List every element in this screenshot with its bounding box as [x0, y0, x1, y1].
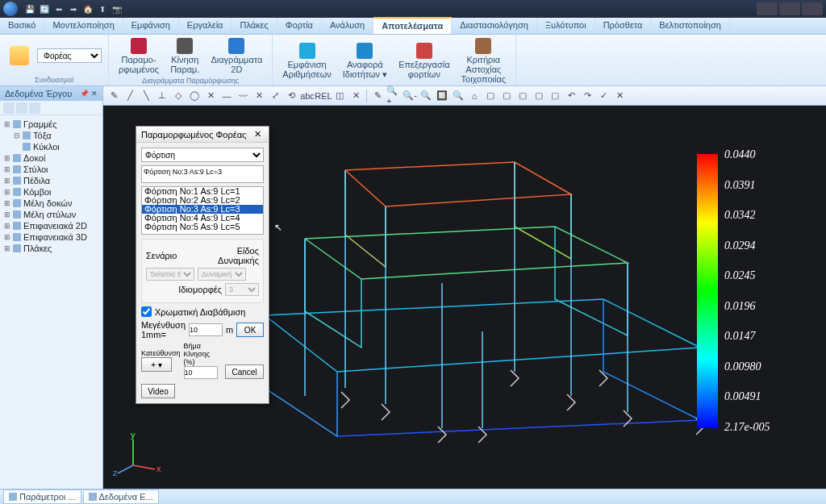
tab-9[interactable]: Ξυλότυποι	[537, 18, 595, 34]
vp-tool-26[interactable]: ▢	[515, 89, 530, 103]
vp-tool-8[interactable]: 〰	[236, 89, 250, 103]
tab-3[interactable]: Εργαλεία	[179, 18, 232, 34]
tab-1[interactable]: Μοντελοποίηση	[44, 18, 123, 34]
vp-tool-32[interactable]: ✕	[612, 89, 627, 103]
project-tree[interactable]: ⊞Γραμμές⊟ΤόξαΚύκλοι⊞Δοκοί⊞Στύλοι⊞Πέδιλα⊞…	[0, 115, 102, 489]
vp-tool-10[interactable]: ⤢	[268, 89, 282, 103]
vp-tool-31[interactable]: ✓	[596, 89, 611, 103]
step-input[interactable]	[184, 366, 218, 379]
tree-item[interactable]: Κύκλοι	[2, 141, 101, 152]
tree-item[interactable]: ⊞Δοκοί	[2, 152, 101, 164]
tab-7[interactable]: Αποτελέσματα	[373, 17, 452, 34]
vp-tool-9[interactable]: ✕	[252, 89, 266, 103]
qa-up-icon[interactable]: ⬆	[97, 3, 108, 15]
ribbon-btn[interactable]: ΚίνησηΠαραμ.	[167, 36, 202, 76]
vp-tool-29[interactable]: ↶	[564, 89, 578, 103]
maximize-button[interactable]	[779, 2, 800, 15]
tree-item[interactable]: ⊞Κόμβοι	[2, 186, 101, 198]
qa-home-icon[interactable]: 🏠	[82, 3, 94, 15]
tree-item[interactable]: ⊞Στύλοι	[2, 164, 101, 175]
tab-8[interactable]: Διαστασιολόγηση	[452, 18, 537, 34]
qa-camera-icon[interactable]: 📷	[111, 3, 123, 15]
tab-2[interactable]: Εμφάνιση	[123, 18, 179, 34]
dialog-close-icon[interactable]: ✕	[252, 129, 264, 140]
vp-tool-21[interactable]: 🔲	[435, 89, 449, 103]
load-combo[interactable]: Φόρτιση	[141, 148, 264, 162]
qa-refresh-icon[interactable]: 🔄	[39, 3, 50, 15]
vp-tool-25[interactable]: ▢	[499, 89, 514, 103]
eigen-select[interactable]: 3	[225, 283, 259, 296]
tab-0[interactable]: Βασικό	[0, 18, 44, 34]
canvas-3d[interactable]: y x z 0.04400.03910.03420.02940.02450.01…	[103, 106, 826, 489]
tab-6[interactable]: Ανάλυση	[322, 18, 373, 34]
tool-icon[interactable]	[29, 102, 40, 114]
load-list-item[interactable]: Φόρτιση No:5 As:9 Lc=5	[142, 223, 263, 231]
vp-tool-20[interactable]: 🔍	[419, 89, 433, 103]
vp-tool-15[interactable]: ✕	[348, 89, 363, 103]
tab-4[interactable]: Πλάκες	[232, 18, 277, 34]
tool-icon[interactable]	[3, 102, 15, 114]
ribbon-btn[interactable]: Επεξεργασίαφορτίων	[395, 41, 453, 81]
qa-save-icon[interactable]: 💾	[24, 3, 35, 15]
tree-item[interactable]: ⊞Γραμμές	[2, 119, 101, 130]
magnification-input[interactable]	[189, 323, 223, 336]
ok-button[interactable]: OK	[236, 323, 264, 337]
tab-10[interactable]: Πρόσθετα	[595, 18, 652, 34]
tree-item[interactable]: ⊞Πέδιλα	[2, 175, 101, 186]
ribbon-btn[interactable]: ΑναφοράΙδιοτήτων ▾	[340, 41, 390, 81]
direction-button[interactable]: + ▾	[141, 357, 172, 372]
vp-tool-19[interactable]: 🔍-	[403, 89, 417, 103]
load-list[interactable]: Φόρτιση No:1 As:9 Lc=1Φόρτιση No:2 As:9 …	[141, 186, 264, 235]
close-button[interactable]	[802, 2, 823, 15]
vp-tool-2[interactable]: ╲	[139, 89, 153, 103]
tree-item[interactable]: ⊞Επιφανειακά 3D	[2, 231, 101, 243]
tree-item[interactable]: ⊞Πλάκες	[2, 243, 101, 254]
tree-item[interactable]: ⊞Επιφανειακά 2D	[2, 220, 101, 231]
tree-item[interactable]: ⊞Μέλη δοκών	[2, 198, 101, 209]
dynamic-select[interactable]: Δυναμική	[198, 268, 246, 281]
combinations-button[interactable]	[6, 43, 32, 69]
ribbon-btn[interactable]: Διαγράμματα2D	[207, 36, 265, 76]
tree-item[interactable]: ⊞Μέλη στύλων	[2, 209, 101, 220]
vp-tool-12[interactable]: abc	[300, 89, 315, 103]
status-tab-data[interactable]: Δεδομένα Ε...	[83, 489, 159, 504]
vp-tool-17[interactable]: ✎	[370, 89, 385, 103]
ribbon-btn[interactable]: ΚριτήριαΑστοχίαςΤοιχοποιίας	[458, 36, 510, 85]
tab-5[interactable]: Φορτία	[277, 18, 322, 34]
vp-tool-11[interactable]: ⟲	[284, 89, 298, 103]
scenario-select[interactable]: Seismic E.A.K. (Stati	[146, 268, 194, 281]
status-tab-params[interactable]: Παράμετροι ...	[3, 489, 81, 504]
viewport-3d[interactable]: ✎╱╲⊥◇◯✕―〰✕⤢⟲abcREL◫✕✎🔍+🔍-🔍🔲🔍⌂▢▢▢▢▢↶↷✓✕	[103, 86, 826, 489]
pin-icon[interactable]: 📌 ✕	[80, 90, 98, 98]
vp-tool-22[interactable]: 🔍	[451, 89, 465, 103]
vp-tool-24[interactable]: ▢	[483, 89, 498, 103]
vp-tool-5[interactable]: ◯	[187, 89, 202, 103]
cancel-button[interactable]: Cancel	[225, 364, 264, 379]
vp-tool-1[interactable]: ╱	[123, 89, 137, 103]
tree-item[interactable]: ⊟Τόξα	[2, 130, 101, 141]
model-selector[interactable]: Φορέας	[37, 48, 102, 63]
minimize-button[interactable]	[757, 2, 778, 15]
ribbon-btn[interactable]: ΕμφάνισηΑριθμήσεων	[279, 41, 334, 81]
tab-11[interactable]: Βελτιστοποίηση	[651, 18, 730, 34]
tool-icon[interactable]	[16, 102, 27, 114]
qa-undo-icon[interactable]: ⬅	[53, 3, 65, 15]
video-button[interactable]: Video	[141, 384, 175, 398]
color-gradient-checkbox[interactable]	[141, 306, 152, 317]
ribbon-btn[interactable]: Παραμο-ρφωμένος	[115, 36, 162, 76]
vp-tool-27[interactable]: ▢	[532, 89, 546, 103]
dialog-titlebar[interactable]: Παραμορφωμένος Φορέας ✕	[136, 127, 269, 143]
app-orb[interactable]	[3, 2, 18, 16]
vp-tool-4[interactable]: ◇	[171, 89, 186, 103]
vp-tool-23[interactable]: ⌂	[467, 89, 482, 103]
vp-tool-7[interactable]: ―	[219, 89, 234, 103]
vp-tool-18[interactable]: 🔍+	[386, 89, 401, 103]
qa-redo-icon[interactable]: ➡	[68, 3, 79, 15]
vp-tool-28[interactable]: ▢	[548, 89, 562, 103]
vp-tool-14[interactable]: ◫	[332, 89, 347, 103]
vp-tool-0[interactable]: ✎	[106, 89, 121, 103]
vp-tool-13[interactable]: REL	[316, 89, 331, 103]
vp-tool-6[interactable]: ✕	[203, 89, 218, 103]
vp-tool-3[interactable]: ⊥	[155, 89, 169, 103]
vp-tool-30[interactable]: ↷	[580, 89, 594, 103]
